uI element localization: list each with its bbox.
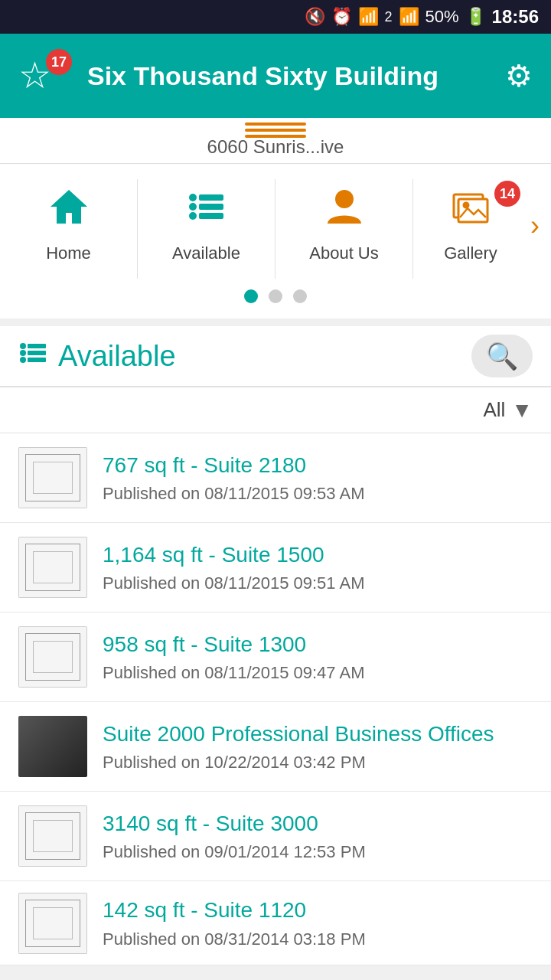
nav-section: Home Available About Us [0, 164, 551, 318]
address-bar: 6060 Sunris...ive [0, 118, 551, 164]
item-date: Published on 10/22/2014 03:42 PM [103, 753, 533, 773]
battery-icon: 🔋 [465, 7, 486, 27]
svg-rect-9 [458, 199, 487, 222]
svg-point-11 [20, 343, 26, 349]
nav-about-label: About Us [309, 243, 379, 263]
nav-home-label: Home [46, 243, 91, 263]
search-button[interactable]: 🔍 [471, 335, 533, 377]
item-thumbnail [18, 537, 87, 598]
drag-handle [245, 122, 306, 138]
nav-item-available[interactable]: Available [138, 179, 276, 279]
svg-rect-4 [199, 204, 223, 210]
app-header: ☆ 17 Six Thousand Sixty Building ⚙ [0, 34, 551, 118]
item-title: 142 sq ft - Suite 1120 [103, 897, 533, 924]
list-icon [187, 187, 227, 236]
available-list: 767 sq ft - Suite 2180 Published on 08/1… [0, 433, 551, 965]
item-date: Published on 08/11/2015 09:51 AM [103, 573, 533, 593]
item-title: 1,164 sq ft - Suite 1500 [103, 541, 533, 569]
item-thumbnail [18, 716, 87, 777]
list-item[interactable]: 142 sq ft - Suite 1120 Published on 08/3… [0, 881, 551, 965]
page-dots [244, 289, 307, 303]
svg-rect-6 [199, 213, 223, 219]
sim-icon: 2 [385, 9, 393, 25]
item-thumbnail [18, 893, 87, 954]
svg-rect-14 [28, 351, 46, 355]
dot-3 [293, 289, 307, 303]
item-info: 142 sq ft - Suite 1120 Published on 08/3… [103, 897, 533, 949]
home-icon [49, 187, 89, 236]
item-info: 767 sq ft - Suite 2180 Published on 08/1… [103, 452, 533, 504]
item-info: 1,164 sq ft - Suite 1500 Published on 08… [103, 541, 533, 593]
filter-bar: All ▼ [0, 387, 551, 433]
svg-point-10 [464, 203, 468, 207]
dropdown-arrow-icon: ▼ [511, 398, 533, 423]
svg-rect-12 [28, 344, 46, 348]
list-item[interactable]: 767 sq ft - Suite 2180 Published on 08/1… [0, 433, 551, 523]
svg-point-7 [335, 190, 354, 208]
favorites-button[interactable]: ☆ 17 [18, 49, 72, 103]
nav-icons-row: Home Available About Us [0, 179, 551, 279]
address-text: 6060 Sunris...ive [207, 136, 344, 158]
status-bar: 🔇 ⏰ 📶 2 📶 50% 🔋 18:56 [0, 0, 551, 34]
nav-gallery-label: Gallery [444, 243, 497, 263]
filter-label: All [483, 398, 505, 422]
bluetooth-icon: 🔇 [305, 7, 325, 27]
wifi-icon: 📶 [358, 7, 379, 27]
gallery-badge: 14 [494, 181, 520, 207]
filter-dropdown[interactable]: All ▼ [483, 398, 533, 423]
item-date: Published on 08/11/2015 09:47 AM [103, 663, 533, 683]
item-thumbnail [18, 805, 87, 867]
person-icon [324, 187, 364, 236]
list-item[interactable]: 1,164 sq ft - Suite 1500 Published on 08… [0, 523, 551, 612]
item-info: Suite 2000 Professional Business Offices… [103, 720, 533, 773]
search-icon: 🔍 [486, 341, 518, 371]
svg-rect-16 [28, 358, 46, 362]
item-title: 767 sq ft - Suite 2180 [103, 452, 533, 479]
svg-point-15 [20, 357, 26, 363]
svg-rect-2 [199, 194, 223, 201]
list-item[interactable]: 3140 sq ft - Suite 3000 Published on 09/… [0, 792, 551, 881]
list-item[interactable]: 958 sq ft - Suite 1300 Published on 08/1… [0, 612, 551, 702]
item-date: Published on 08/31/2014 03:18 PM [103, 929, 533, 949]
item-date: Published on 09/01/2014 12:53 PM [103, 842, 533, 862]
svg-point-5 [189, 212, 197, 220]
available-section-header: Available 🔍 [0, 326, 551, 387]
nav-item-gallery[interactable]: 14 Gallery › [413, 179, 528, 279]
available-list-icon [18, 338, 47, 374]
time-display: 18:56 [492, 6, 539, 28]
item-date: Published on 08/11/2015 09:53 AM [103, 484, 533, 504]
dot-2 [269, 289, 282, 303]
item-info: 3140 sq ft - Suite 3000 Published on 09/… [103, 810, 533, 862]
svg-point-13 [20, 350, 26, 356]
item-thumbnail [18, 626, 87, 688]
svg-point-3 [189, 203, 197, 211]
item-info: 958 sq ft - Suite 1300 Published on 08/1… [103, 631, 533, 683]
item-title: 958 sq ft - Suite 1300 [103, 631, 533, 658]
chevron-right-icon: › [530, 210, 540, 242]
nav-available-label: Available [172, 243, 240, 263]
signal-icon: 📶 [399, 7, 419, 27]
list-item[interactable]: Suite 2000 Professional Business Offices… [0, 702, 551, 792]
nav-item-about-us[interactable]: About Us [276, 179, 413, 279]
battery-text: 50% [425, 7, 459, 27]
item-title: 3140 sq ft - Suite 3000 [103, 810, 533, 838]
available-title: Available [58, 340, 471, 373]
header-badge: 17 [46, 49, 72, 75]
app-title: Six Thousand Sixty Building [87, 61, 490, 91]
item-title: Suite 2000 Professional Business Offices [103, 720, 533, 748]
settings-button[interactable]: ⚙ [505, 58, 533, 93]
dot-1 [244, 289, 258, 303]
svg-point-1 [189, 194, 197, 201]
gallery-icon [451, 187, 491, 236]
svg-marker-0 [51, 190, 87, 224]
nav-item-home[interactable]: Home [0, 179, 138, 279]
alarm-icon: ⏰ [331, 7, 352, 27]
item-thumbnail [18, 447, 87, 508]
